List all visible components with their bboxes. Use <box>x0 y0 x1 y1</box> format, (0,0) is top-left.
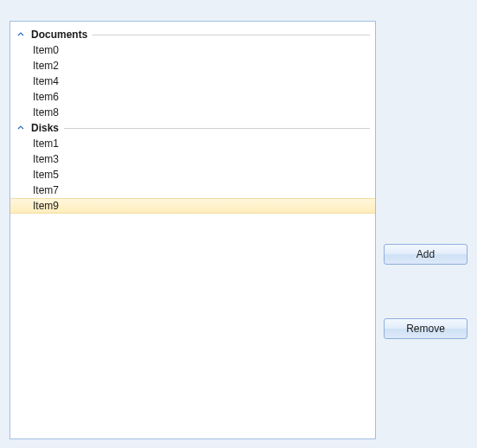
grouped-list[interactable]: Documents Item0 Item2 Item4 Item6 Item8 … <box>10 21 376 439</box>
list-item[interactable]: Item7 <box>10 182 375 198</box>
group-header-documents[interactable]: Documents <box>10 27 375 42</box>
list-item[interactable]: Item0 <box>10 42 375 58</box>
list-item[interactable]: Item2 <box>10 58 375 74</box>
list-item-label: Item9 <box>33 200 59 212</box>
list-item[interactable]: Item9 <box>10 198 375 214</box>
list-item-label: Item7 <box>33 184 59 196</box>
group-rule <box>64 128 370 129</box>
list-item-label: Item5 <box>33 169 59 181</box>
list-item-label: Item4 <box>33 75 59 87</box>
list-item-label: Item6 <box>33 91 59 103</box>
list-item[interactable]: Item4 <box>10 74 375 89</box>
remove-button[interactable]: Remove <box>384 318 467 339</box>
group-rule <box>92 35 370 35</box>
group-header-disks[interactable]: Disks <box>10 120 375 136</box>
list-item[interactable]: Item1 <box>10 136 375 151</box>
list-item-label: Item1 <box>33 138 59 150</box>
chevron-up-icon <box>16 123 26 133</box>
list-item[interactable]: Item8 <box>10 105 375 120</box>
list-item-label: Item0 <box>33 44 59 56</box>
list-item-label: Item3 <box>33 153 59 165</box>
list-item[interactable]: Item6 <box>10 89 375 105</box>
list-item-label: Item8 <box>33 106 59 118</box>
chevron-up-icon <box>16 29 26 40</box>
add-button[interactable]: Add <box>384 244 467 265</box>
group-title: Disks <box>31 122 64 134</box>
list-item[interactable]: Item3 <box>10 151 375 167</box>
list-item[interactable]: Item5 <box>10 167 375 182</box>
list-item-label: Item2 <box>33 60 59 72</box>
group-title: Documents <box>31 29 92 41</box>
